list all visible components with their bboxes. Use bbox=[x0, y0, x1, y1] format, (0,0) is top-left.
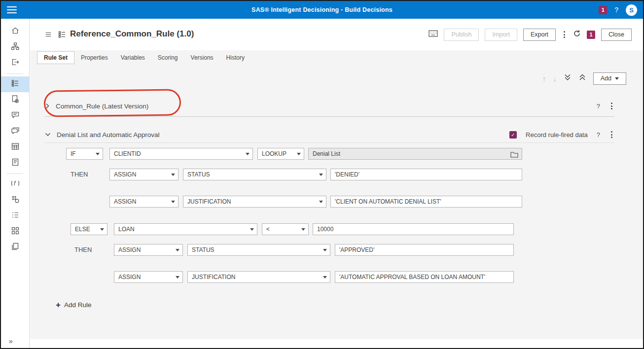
if-operator-dropdown[interactable]: IF bbox=[66, 148, 103, 160]
overflow-menu-icon[interactable] bbox=[609, 130, 614, 139]
help-icon[interactable]: ? bbox=[614, 6, 618, 14]
expand-all-icon[interactable] bbox=[578, 73, 586, 83]
sidebar-item-signout[interactable] bbox=[1, 55, 29, 71]
sidebar-item-decisions[interactable] bbox=[1, 92, 29, 108]
section-divider bbox=[45, 116, 614, 117]
chevron-down-icon bbox=[301, 228, 305, 231]
folder-browse-icon[interactable] bbox=[509, 150, 520, 158]
main-area: Reference_Common_Rule (1.0) Publish Impo… bbox=[30, 19, 643, 348]
then-variable-dropdown[interactable]: JUSTIFICATION bbox=[183, 196, 326, 208]
view-list-icon[interactable] bbox=[44, 31, 52, 40]
then-variable-dropdown[interactable]: STATUS bbox=[183, 169, 326, 180]
app-window: SAS® Intelligent Decisioning - Build Dec… bbox=[0, 0, 644, 349]
then-action-dropdown[interactable]: ASSIGN bbox=[114, 271, 183, 283]
sidebar-item-rule-sets[interactable] bbox=[1, 76, 29, 92]
chevron-down-icon bbox=[250, 228, 254, 231]
table-icon bbox=[11, 142, 20, 153]
tab-versions[interactable]: Versions bbox=[184, 50, 220, 65]
then-variable-dropdown[interactable]: STATUS bbox=[187, 244, 330, 256]
rule-section-title: Denial List and Automatic Approval bbox=[57, 131, 160, 139]
section-divider bbox=[45, 142, 614, 143]
chevron-down-icon bbox=[171, 201, 175, 203]
plus-icon: + bbox=[56, 301, 61, 309]
then-value-input[interactable] bbox=[330, 169, 522, 180]
sidebar-item-modules[interactable] bbox=[1, 224, 29, 240]
close-button[interactable]: Close bbox=[601, 29, 632, 41]
application-title: SAS® Intelligent Decisioning - Build Dec… bbox=[1, 1, 643, 19]
sidebar-item-lists[interactable] bbox=[1, 208, 29, 224]
rule-section-denial-list[interactable]: Denial List and Automatic Approval ✓ Rec… bbox=[45, 127, 614, 142]
rule-toolbar: ↑ ↓ Add bbox=[542, 72, 626, 85]
chevron-down-icon bbox=[171, 174, 175, 176]
user-avatar[interactable]: S bbox=[626, 4, 637, 16]
lookup-table-field[interactable]: Denial List bbox=[308, 148, 522, 160]
svg-text:f: f bbox=[14, 180, 16, 187]
rule-set-content: ↑ ↓ Add Common_Rule (Latest Version) bbox=[30, 65, 643, 339]
list-icon bbox=[11, 210, 20, 221]
sidebar-item-functions[interactable]: f bbox=[1, 176, 29, 192]
tab-scoring[interactable]: Scoring bbox=[151, 50, 184, 65]
tab-properties[interactable]: Properties bbox=[74, 50, 114, 65]
collapse-all-icon[interactable] bbox=[564, 73, 572, 83]
chevron-down-icon bbox=[319, 174, 323, 176]
chevron-right-icon[interactable] bbox=[45, 103, 50, 109]
if-condition-dropdown[interactable]: LOOKUP bbox=[257, 148, 304, 160]
sidebar-item-pipelines[interactable] bbox=[1, 39, 29, 55]
rule-section-common-rule[interactable]: Common_Rule (Latest Version) ? bbox=[45, 99, 614, 113]
keyboard-icon[interactable] bbox=[429, 30, 438, 39]
then-value-input[interactable] bbox=[335, 244, 514, 256]
move-up-icon[interactable]: ↑ bbox=[542, 74, 546, 83]
checkbox-label: Record rule-fired data bbox=[526, 131, 588, 139]
validation-badge: 1 bbox=[587, 31, 595, 39]
sidebar-item-treatment-groups[interactable] bbox=[1, 124, 29, 140]
sidebar-item-home[interactable] bbox=[1, 24, 29, 39]
help-icon[interactable]: ? bbox=[597, 131, 600, 139]
sync-icon[interactable] bbox=[573, 30, 581, 39]
left-navigation-sidebar: f » bbox=[1, 19, 30, 348]
page-title: Reference_Common_Rule (1.0) bbox=[70, 29, 194, 39]
tab-variables[interactable]: Variables bbox=[114, 50, 151, 65]
tab-history[interactable]: History bbox=[220, 50, 251, 65]
then-value-input[interactable] bbox=[330, 196, 522, 208]
sidebar-item-deployments[interactable] bbox=[1, 240, 29, 255]
help-icon[interactable]: ? bbox=[597, 103, 600, 110]
sidebar-item-lookup-tables[interactable] bbox=[1, 140, 29, 155]
record-rule-fired-checkbox[interactable]: ✓ bbox=[509, 131, 517, 139]
global-variable-icon bbox=[11, 195, 20, 206]
import-button[interactable]: Import bbox=[485, 29, 517, 41]
chevron-down-icon bbox=[319, 201, 323, 203]
document-icon bbox=[11, 158, 20, 169]
notification-badge[interactable]: 1 bbox=[599, 6, 607, 14]
chevron-down-icon bbox=[615, 77, 619, 80]
then-action-dropdown[interactable]: ASSIGN bbox=[114, 244, 183, 256]
if-variable-dropdown[interactable]: CLIENTID bbox=[109, 148, 253, 160]
then-value-input[interactable] bbox=[335, 271, 514, 283]
sidebar-item-documents[interactable] bbox=[1, 155, 29, 171]
tab-rule-set[interactable]: Rule Set bbox=[37, 51, 74, 64]
else-operator-dropdown[interactable]: ELSE bbox=[71, 223, 107, 235]
chevron-down-icon bbox=[246, 153, 250, 155]
sidebar-expand-chevrons[interactable]: » bbox=[9, 337, 13, 345]
then-action-dropdown[interactable]: ASSIGN bbox=[109, 196, 179, 208]
else-variable-dropdown[interactable]: LOAN bbox=[114, 223, 257, 235]
sidebar-item-global-variables[interactable] bbox=[1, 192, 29, 208]
move-down-icon[interactable]: ↓ bbox=[553, 74, 557, 83]
then-action-dropdown[interactable]: ASSIGN bbox=[109, 169, 179, 180]
then-variable-dropdown[interactable]: JUSTIFICATION bbox=[187, 271, 330, 283]
else-condition-dropdown[interactable]: < bbox=[262, 223, 309, 235]
export-button[interactable]: Export bbox=[523, 29, 556, 41]
chevron-down-icon[interactable] bbox=[45, 132, 51, 137]
rule-set-icon bbox=[58, 30, 67, 41]
chevron-down-icon bbox=[176, 276, 179, 279]
publish-button[interactable]: Publish bbox=[444, 29, 479, 41]
overflow-menu-icon[interactable] bbox=[609, 102, 614, 110]
sidebar-item-treatments[interactable] bbox=[1, 108, 29, 124]
rule-section-title: Common_Rule (Latest Version) bbox=[56, 103, 148, 110]
chevron-down-icon bbox=[96, 153, 100, 155]
else-value-input[interactable] bbox=[313, 223, 514, 235]
add-button[interactable]: Add bbox=[593, 72, 626, 85]
module-icon bbox=[11, 226, 20, 237]
chevron-down-icon bbox=[297, 153, 301, 155]
add-rule-button[interactable]: + Add Rule bbox=[56, 301, 91, 309]
overflow-menu-icon[interactable] bbox=[562, 30, 567, 39]
